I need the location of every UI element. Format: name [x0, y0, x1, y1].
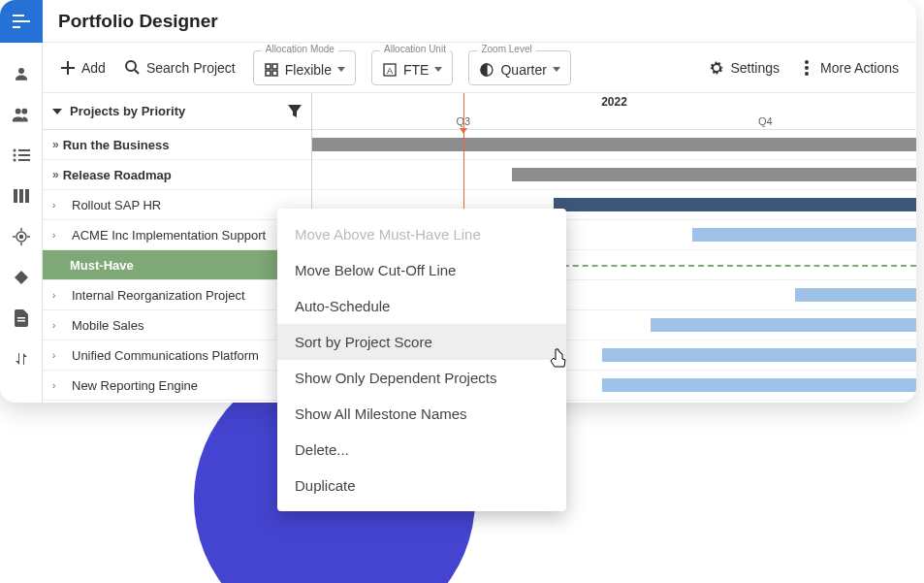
sidebar-item-acme[interactable]: › ACME Inc Implementation Support [43, 220, 311, 250]
gear-icon [709, 60, 724, 76]
project-label: Internal Reorganization Project [72, 288, 245, 303]
svg-point-5 [21, 109, 27, 114]
svg-rect-22 [17, 320, 25, 322]
gantt-bar[interactable] [512, 168, 916, 181]
svg-line-24 [135, 70, 139, 74]
target-icon[interactable] [12, 227, 31, 246]
chevron-right-icon: › [52, 200, 64, 211]
svg-rect-21 [17, 317, 25, 319]
plus-icon [60, 60, 76, 76]
search-button[interactable]: Search Project [123, 56, 238, 80]
gantt-bar[interactable] [554, 198, 916, 211]
more-vertical-icon [799, 60, 814, 76]
list-icon[interactable] [12, 146, 31, 165]
add-button[interactable]: Add [58, 56, 108, 80]
svg-point-23 [126, 61, 136, 71]
diamond-icon[interactable] [12, 268, 31, 287]
sidebar-header[interactable]: Projects by Priority [43, 93, 311, 130]
chevron-right-icon: › [52, 320, 64, 331]
chevron-right-icon: › [52, 350, 64, 361]
menu-item-sort-by-score[interactable]: Sort by Project Score [277, 324, 566, 360]
sidebar-item-mobile-sales[interactable]: › Mobile Sales [43, 310, 311, 340]
svg-rect-14 [25, 189, 29, 203]
gantt-bar[interactable] [602, 348, 916, 362]
sidebar-item-release-roadmap[interactable]: » Release Roadmap [43, 160, 311, 190]
gantt-bar[interactable] [312, 138, 916, 151]
menu-item-duplicate[interactable]: Duplicate [277, 468, 566, 503]
toolbar: Add Search Project Allocation Mode Flexi… [43, 43, 916, 93]
gantt-row [312, 130, 916, 160]
gantt-bar[interactable] [602, 378, 916, 392]
cursor-pointer-icon [549, 347, 568, 371]
svg-rect-9 [18, 154, 30, 156]
grid-icon [264, 62, 279, 78]
double-chevron-icon: » [52, 168, 55, 181]
more-actions-button[interactable]: More Actions [797, 56, 901, 80]
svg-rect-1 [13, 20, 30, 22]
sidebar-item-rollout-sap[interactable]: › Rollout SAP HR [43, 190, 311, 220]
sidebar-item-unified-comms[interactable]: › Unified Communications Platform [43, 340, 311, 371]
filter-icon[interactable] [288, 105, 302, 118]
sidebar-item-internal-reorg[interactable]: › Internal Reorganization Project [43, 280, 311, 310]
zoom-level-label: Zoom Level [477, 44, 535, 54]
search-icon [125, 60, 141, 76]
project-label: New Reporting Engine [72, 378, 198, 393]
allocation-mode-dropdown[interactable]: Allocation Mode Flexible [253, 50, 356, 85]
allocation-mode-value: Flexible [285, 62, 332, 78]
menu-item-auto-schedule[interactable]: Auto-Schedule [277, 288, 566, 324]
people-icon[interactable] [12, 105, 31, 124]
menu-item-show-milestones[interactable]: Show All Milestone Names [277, 396, 566, 432]
project-label: Run the Business [63, 138, 170, 152]
add-label: Add [81, 60, 106, 76]
columns-icon[interactable] [12, 186, 31, 206]
search-label: Search Project [146, 60, 236, 76]
transfer-icon[interactable] [12, 349, 31, 369]
zoom-level-dropdown[interactable]: Zoom Level Quarter [468, 50, 570, 85]
triangle-down-icon [52, 109, 62, 114]
chevron-right-icon: › [52, 290, 64, 301]
sidebar-item-must-have[interactable]: Must-Have [43, 250, 311, 280]
project-sidebar: Projects by Priority » Run the Business … [43, 93, 312, 403]
context-menu: Move Above Must-Have Line Move Below Cut… [277, 209, 566, 511]
page-title: Portfolio Designer [58, 11, 218, 32]
gantt-year-label: 2022 [312, 95, 916, 109]
moon-icon [479, 62, 494, 78]
svg-point-32 [805, 60, 809, 64]
gantt-bar[interactable] [651, 318, 916, 332]
menu-item-show-dependent[interactable]: Show Only Dependent Projects [277, 360, 566, 396]
chevron-down-icon [434, 67, 442, 72]
gantt-bar[interactable] [795, 288, 916, 302]
person-icon[interactable] [12, 64, 31, 83]
svg-rect-25 [266, 64, 271, 69]
double-chevron-icon: » [52, 138, 55, 151]
menu-item-delete[interactable]: Delete... [277, 432, 566, 468]
chevron-right-icon: › [52, 230, 64, 241]
project-label: ACME Inc Implementation Support [72, 228, 266, 243]
svg-text:A: A [387, 66, 393, 76]
gantt-quarter-label: Q4 [615, 115, 917, 127]
gantt-bar[interactable] [692, 228, 916, 242]
svg-point-16 [19, 236, 22, 239]
sidebar-item-run-business[interactable]: » Run the Business [43, 130, 311, 160]
allocation-unit-dropdown[interactable]: Allocation Unit A FTE [371, 50, 453, 85]
chevron-down-icon [337, 67, 345, 72]
allocation-unit-value: FTE [403, 62, 429, 78]
sidebar-item-new-reporting[interactable]: › New Reporting Engine [43, 371, 311, 401]
project-label: Must-Have [70, 258, 134, 273]
today-marker-icon [460, 128, 467, 134]
settings-button[interactable]: Settings [707, 56, 781, 80]
app-logo-icon[interactable] [0, 0, 43, 43]
svg-point-10 [13, 159, 16, 162]
settings-label: Settings [730, 60, 780, 76]
document-icon[interactable] [12, 308, 31, 328]
allocation-mode-label: Allocation Mode [262, 44, 338, 54]
menu-item-move-below[interactable]: Move Below Cut-Off Line [277, 252, 566, 288]
svg-point-33 [805, 66, 809, 70]
svg-point-8 [13, 154, 16, 157]
menu-item-move-above: Move Above Must-Have Line [277, 216, 566, 252]
project-label: Rollout SAP HR [72, 198, 161, 212]
sidebar-header-label: Projects by Priority [70, 104, 185, 118]
chevron-right-icon: › [52, 380, 64, 391]
svg-point-4 [15, 109, 20, 114]
gantt-header: 2022 Q3 Q4 [312, 93, 916, 130]
